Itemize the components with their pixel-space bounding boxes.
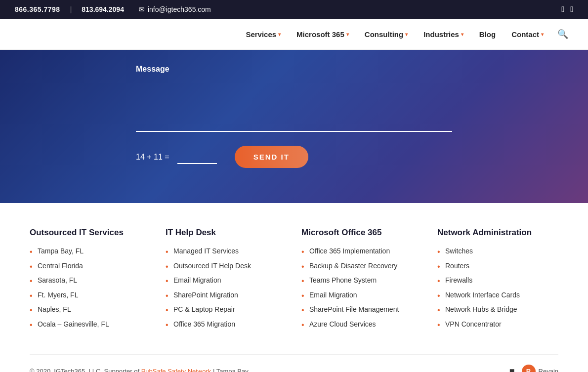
send-button[interactable]: SEND IT <box>235 146 308 168</box>
footer-col-helpdesk: IT Help Desk Managed IT Services Outsour… <box>166 228 287 334</box>
footer-col-network: Network Administration Switches Routers … <box>437 228 558 334</box>
services-chevron-icon: ▾ <box>278 32 281 37</box>
list-item: Teams Phone System <box>301 276 422 286</box>
consulting-chevron-icon: ▾ <box>405 32 408 37</box>
list-item: Central Florida <box>30 261 151 271</box>
top-bar: 866.365.7798 | 813.694.2094 ✉ info@igtec… <box>0 0 588 19</box>
list-item: Office 365 Implementation <box>301 247 422 256</box>
list-item: Ft. Myers, FL <box>30 290 151 300</box>
list-item: Azure Cloud Services <box>301 320 422 330</box>
list-item: PC & Laptop Repair <box>166 305 287 315</box>
hero-section: Message 14 + 11 = SEND IT <box>0 50 588 203</box>
captcha-row: 14 + 11 = SEND IT <box>136 146 452 168</box>
list-item: SharePoint File Management <box>301 305 422 315</box>
list-item: Naples, FL <box>30 305 151 315</box>
footer-col2-list: Managed IT Services Outsourced IT Help D… <box>166 247 287 330</box>
list-item: Routers <box>437 261 558 271</box>
captcha-input[interactable] <box>177 150 217 164</box>
nav-services[interactable]: Services ▾ <box>239 26 288 42</box>
list-item: Outsourced IT Help Desk <box>166 261 287 271</box>
microsoft365-chevron-icon: ▾ <box>346 32 349 37</box>
footer-col2-title: IT Help Desk <box>166 228 287 238</box>
captcha-equation: 14 + 11 = <box>136 153 169 162</box>
footer-col1-list: Tampa Bay, FL Central Florida Sarasota, … <box>30 247 151 330</box>
list-item: Office 365 Migration <box>166 320 287 330</box>
footer-col-microsoft: Microsoft Office 365 Office 365 Implemen… <box>301 228 422 334</box>
list-item: Managed IT Services <box>166 247 287 256</box>
list-item: Email Migration <box>166 276 287 286</box>
footer-col4-title: Network Administration <box>437 228 558 238</box>
search-button[interactable]: 🔍 <box>552 26 573 42</box>
message-label: Message <box>136 65 452 74</box>
navbar: Services ▾ Microsoft 365 ▾ Consulting ▾ … <box>0 19 588 50</box>
list-item: Switches <box>437 247 558 256</box>
contact-chevron-icon: ▾ <box>541 32 544 37</box>
footer-copyright: © 2020. IGTech365, LLC. Supporter of Pub… <box>30 368 249 372</box>
consulting-label: Consulting <box>365 30 403 39</box>
footer-col4-list: Switches Routers Firewalls Network Inter… <box>437 247 558 330</box>
list-item: Ocala – Gainesville, FL <box>30 320 151 330</box>
industries-label: Industries <box>423 30 459 39</box>
footer-bottom: © 2020. IGTech365, LLC. Supporter of Pub… <box>30 354 558 372</box>
phone2[interactable]: 813.694.2094 <box>82 5 124 13</box>
nav-blog[interactable]: Blog <box>472 26 503 42</box>
contact-label: Contact <box>511 30 539 39</box>
list-item: Firewalls <box>437 276 558 286</box>
revain-circle-icon: R <box>522 365 536 372</box>
contact-form: Message 14 + 11 = SEND IT <box>126 65 462 168</box>
footer-col-outsourced: Outsourced IT Services Tampa Bay, FL Cen… <box>30 228 151 334</box>
nav-contact[interactable]: Contact ▾ <box>504 26 550 42</box>
footer-col3-list: Office 365 Implementation Backup & Disas… <box>301 247 422 330</box>
industries-chevron-icon: ▾ <box>461 32 463 37</box>
footer-grid: Outsourced IT Services Tampa Bay, FL Cen… <box>30 228 558 334</box>
list-item: SharePoint Migration <box>166 290 287 300</box>
list-item: Tampa Bay, FL <box>30 247 151 256</box>
blog-label: Blog <box>479 30 496 39</box>
revain-label: Revain <box>539 368 558 372</box>
social-links:   <box>561 5 573 14</box>
list-item: Network Hubs & Bridge <box>437 305 558 315</box>
email-address[interactable]: info@igtech365.com <box>148 5 211 13</box>
twitter-icon[interactable]:  <box>570 5 573 14</box>
footer-col3-title: Microsoft Office 365 <box>301 228 422 238</box>
copyright-text: © 2020. IGTech365, LLC. Supporter of <box>30 368 139 372</box>
footer-facebook-icon[interactable]: ■ <box>509 366 515 372</box>
footer-col1-title: Outsourced IT Services <box>30 228 151 238</box>
nav-consulting[interactable]: Consulting ▾ <box>358 26 415 42</box>
pubsafe-link[interactable]: PubSafe Safety Network <box>141 368 211 372</box>
facebook-icon[interactable]:  <box>561 5 564 14</box>
nav-microsoft365[interactable]: Microsoft 365 ▾ <box>290 26 356 42</box>
revain-badge[interactable]: R Revain <box>522 365 558 372</box>
phone-separator: | <box>70 5 72 13</box>
message-input[interactable] <box>136 78 452 132</box>
copyright-text2: | Tampa Bay <box>213 368 249 372</box>
email-icon: ✉ <box>139 5 145 13</box>
list-item: Email Migration <box>301 290 422 300</box>
services-label: Services <box>246 30 276 39</box>
microsoft365-label: Microsoft 365 <box>296 30 344 39</box>
nav-links: Services ▾ Microsoft 365 ▾ Consulting ▾ … <box>239 26 573 42</box>
nav-industries[interactable]: Industries ▾ <box>417 26 470 42</box>
list-item: Backup & Disaster Recovery <box>301 261 422 271</box>
footer-social: ■ R Revain <box>509 365 558 372</box>
footer: Outsourced IT Services Tampa Bay, FL Cen… <box>0 203 588 372</box>
phone1[interactable]: 866.365.7798 <box>15 5 60 13</box>
email-link[interactable]: ✉ info@igtech365.com <box>139 5 211 13</box>
list-item: VPN Concentrator <box>437 320 558 330</box>
list-item: Network Interface Cards <box>437 290 558 300</box>
list-item: Sarasota, FL <box>30 276 151 286</box>
